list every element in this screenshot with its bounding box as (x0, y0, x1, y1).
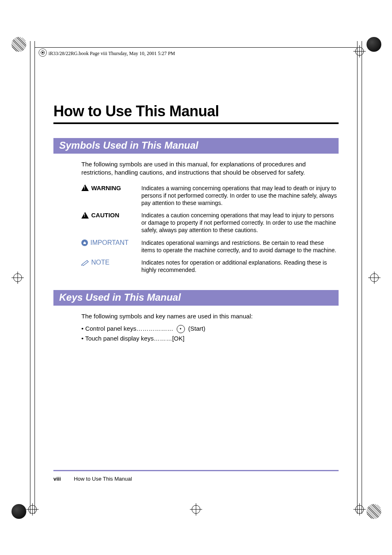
book-header-meta: iR33/28/22RG.book Page viii Thursday, Ma… (48, 51, 175, 57)
printer-mark-solid-bl (12, 504, 26, 519)
symbol-row-warning: WARNING Indicates a warning concerning o… (81, 184, 339, 207)
note-icon (81, 259, 89, 266)
caution-desc: Indicates a caution concerning operation… (141, 212, 339, 234)
note-label: NOTE (81, 259, 134, 266)
section-heading-symbols-label: Symbols Used in This Manual (59, 140, 198, 151)
page-content: How to Use This Manual Symbols Used in T… (53, 103, 339, 477)
important-icon (81, 240, 88, 246)
keys-intro-text: The following symbols and key names are … (81, 312, 339, 320)
keys-list: • Control panel keys……………… (Start) • Tou… (81, 325, 339, 342)
warning-label-text: WARNING (91, 184, 121, 191)
page-footer: viii How to Use This Manual (53, 476, 132, 482)
svg-line-18 (82, 264, 83, 265)
section-heading-keys-label: Keys Used in This Manual (59, 292, 181, 303)
important-desc: Indicates operational warnings and restr… (141, 239, 339, 254)
note-label-text: NOTE (91, 259, 109, 266)
framemaker-icon (39, 48, 47, 57)
registration-mark-left (12, 272, 24, 284)
trim-line-left-outer (30, 41, 30, 514)
registration-mark-bottom-left (26, 503, 39, 516)
warning-icon (81, 184, 89, 191)
section-heading-keys: Keys Used in This Manual (53, 290, 339, 306)
note-desc: Indicates notes for operation or additio… (141, 259, 339, 274)
caution-label: CAUTION (81, 212, 134, 219)
registration-mark-right (368, 272, 380, 284)
registration-mark-top-right (353, 45, 366, 58)
caution-icon (81, 212, 89, 219)
important-label: IMPORTANT (81, 239, 134, 246)
page-title: How to Use This Manual (53, 103, 339, 120)
title-underline (53, 122, 339, 124)
trim-line-top (35, 47, 357, 48)
trim-line-right-inner (357, 41, 357, 514)
printer-mark-hatch-tl (12, 37, 26, 52)
keys-list-item: • Control panel keys……………… (Start) (81, 325, 339, 333)
page-number: viii (53, 476, 61, 482)
keys-item-prefix: Control panel keys……………… (85, 325, 173, 332)
symbol-row-note: NOTE Indicates notes for operation or ad… (81, 259, 339, 274)
registration-mark-bottom-right (353, 503, 366, 516)
trim-line-left-inner (35, 41, 35, 514)
section-heading-symbols: Symbols Used in This Manual (53, 138, 339, 154)
warning-label: WARNING (81, 184, 134, 191)
keys-list-item: • Touch panel display keys………[OK] (81, 335, 339, 342)
symbol-row-caution: CAUTION Indicates a caution concerning o… (81, 212, 339, 234)
start-key-icon (177, 325, 185, 333)
important-label-text: IMPORTANT (90, 239, 129, 246)
keys-item-prefix: Touch panel display keys………[OK] (85, 335, 184, 342)
caution-label-text: CAUTION (91, 212, 119, 219)
printer-mark-solid-tr (367, 37, 381, 52)
footer-title: How to Use This Manual (74, 476, 132, 482)
symbols-intro-text: The following symbols are used in this m… (81, 160, 339, 177)
symbol-row-important: IMPORTANT Indicates operational warnings… (81, 239, 339, 254)
printer-mark-hatch-br (367, 504, 381, 519)
footer-rule (53, 470, 339, 471)
trim-line-right-outer (362, 41, 362, 514)
warning-desc: Indicates a warning concerning operation… (141, 184, 339, 207)
registration-mark-bottom-center (190, 503, 202, 516)
keys-item-suffix: (Start) (188, 325, 205, 332)
